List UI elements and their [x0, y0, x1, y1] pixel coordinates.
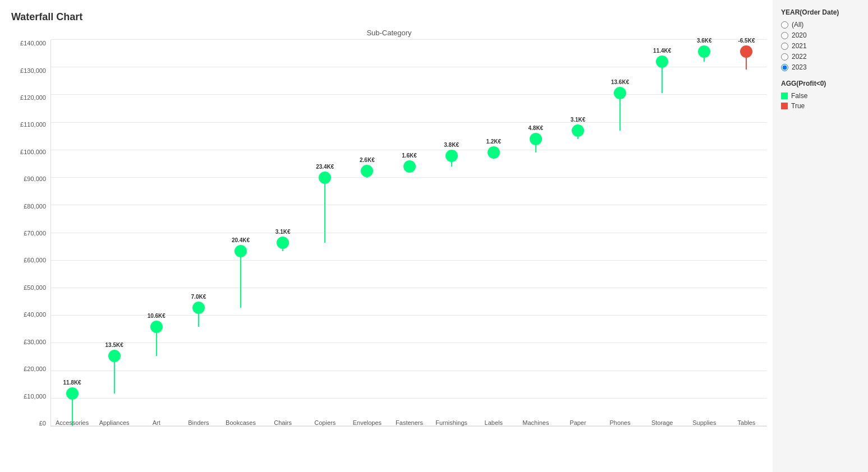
- x-axis-label: Art: [153, 419, 160, 426]
- x-axis-label: Appliances: [99, 419, 130, 426]
- x-axis-label: Tables: [738, 419, 756, 426]
- grid-line: [51, 177, 767, 178]
- grid-line: [51, 343, 767, 343]
- lollipop-circle: [446, 150, 458, 162]
- legend-color-box: [781, 92, 788, 99]
- x-axis-label: Copiers: [314, 419, 336, 426]
- bar-value-label: 1.6K€: [402, 152, 417, 159]
- bar-value-label: 3.1K€: [571, 117, 586, 123]
- bar-value-label: 20.4K€: [232, 237, 250, 243]
- lollipop-circle: [656, 55, 668, 68]
- lollipop-stick: [324, 178, 325, 242]
- grid-line: [51, 260, 767, 261]
- lollipop-stick: [240, 251, 241, 308]
- y-axis-label: £80,000: [11, 203, 50, 210]
- grid-line: [51, 122, 767, 123]
- bar-value-label: 3.8K€: [444, 142, 459, 148]
- year-filter-item[interactable]: 2022: [781, 53, 860, 61]
- x-axis-label: Accessories: [56, 419, 89, 426]
- lollipop-circle: [66, 387, 79, 400]
- lollipop-circle: [698, 45, 710, 58]
- bar-value-label: 13.6K€: [611, 79, 629, 85]
- lollipop-circle: [614, 87, 626, 99]
- chart-title: Waterfall Chart: [11, 11, 767, 23]
- grid-line: [51, 205, 767, 205]
- y-axis-label: £40,000: [11, 311, 50, 318]
- legend-color-box: [781, 103, 788, 109]
- x-axis-label: Machines: [522, 419, 549, 426]
- grid-line: [51, 288, 767, 288]
- x-axis-label: Phones: [609, 419, 630, 426]
- lollipop-circle: [192, 302, 205, 314]
- bar-value-label: 11.8K€: [63, 380, 81, 386]
- x-axis-label: Chairs: [274, 419, 292, 426]
- lollipop-circle: [361, 165, 373, 177]
- bar-value-label: 3.6K€: [697, 38, 712, 44]
- bar-value-label: 1.2K€: [486, 138, 501, 145]
- lollipop-circle: [319, 172, 331, 184]
- y-axis-label: £10,000: [11, 393, 50, 400]
- grid-line: [51, 371, 767, 371]
- x-axis-label: Bookcases: [226, 419, 256, 426]
- y-axis-label: £30,000: [11, 339, 50, 345]
- y-axis-label: £140,000: [11, 40, 50, 47]
- year-filter: YEAR(Order Date) (All)2020202120222023: [781, 8, 860, 71]
- lollipop-circle: [488, 146, 500, 159]
- y-axis-label: £60,000: [11, 257, 50, 263]
- x-axis-label: Paper: [570, 419, 586, 426]
- bar-value-label: 11.4K€: [653, 48, 671, 54]
- legend-title: AGG(Profit<0): [781, 80, 860, 87]
- legend-item: False: [781, 92, 860, 100]
- year-filter-item[interactable]: 2021: [781, 42, 860, 50]
- lollipop-circle: [108, 350, 121, 362]
- x-axis-label: Supplies: [692, 419, 716, 426]
- plot-area: 11.8K€Accessories13.5K€Appliances10.6K€A…: [50, 40, 767, 427]
- bar-value-label: 13.5K€: [105, 342, 123, 348]
- bar-value-label: 3.1K€: [275, 229, 291, 235]
- y-axis-label: £100,000: [11, 149, 50, 155]
- y-axis-label: £70,000: [11, 230, 50, 237]
- x-axis-label: Storage: [651, 419, 673, 426]
- year-filter-item[interactable]: (All): [781, 21, 860, 29]
- year-filter-item[interactable]: 2020: [781, 31, 860, 39]
- y-axis-label: £110,000: [11, 121, 50, 128]
- bar-value-label: 4.8K€: [529, 125, 544, 131]
- bar-value-label: 2.6K€: [360, 157, 375, 163]
- chart-area: Waterfall Chart Sub-Category £0£10,000£2…: [0, 0, 773, 472]
- lollipop-circle: [150, 321, 163, 333]
- lollipop-circle: [572, 124, 584, 137]
- lollipop-circle: [235, 245, 247, 257]
- x-axis-label: Fasteners: [396, 419, 423, 426]
- lollipop-circle: [277, 237, 289, 249]
- bar-value-label: 23.4K€: [316, 164, 334, 170]
- y-axis-label: £120,000: [11, 94, 50, 101]
- grid-line: [51, 150, 767, 150]
- bar-value-label: 10.6K€: [148, 313, 166, 319]
- lollipop-circle: [530, 133, 542, 145]
- legend-item: True: [781, 102, 860, 110]
- y-axis: £0£10,000£20,000£30,000£40,000£50,000£60…: [11, 40, 50, 427]
- lollipop-circle: [403, 160, 416, 173]
- year-filter-title: YEAR(Order Date): [781, 8, 860, 16]
- y-axis-label: £130,000: [11, 67, 50, 74]
- y-axis-label: £90,000: [11, 175, 50, 182]
- grid-line: [51, 39, 767, 40]
- x-axis-label: Furnishings: [435, 419, 467, 426]
- grid-line: [51, 233, 767, 233]
- y-axis-label: £20,000: [11, 365, 50, 372]
- chart-subtitle: Sub-Category: [11, 29, 767, 37]
- lollipop-circle: [740, 45, 752, 58]
- grid-line: [51, 398, 767, 399]
- y-axis-label: £50,000: [11, 284, 50, 291]
- bar-value-label: 7.0K€: [191, 294, 206, 300]
- bar-value-label: -6.5K€: [738, 38, 755, 44]
- year-filter-item[interactable]: 2023: [781, 63, 860, 71]
- chart-container: £0£10,000£20,000£30,000£40,000£50,000£60…: [11, 40, 767, 455]
- grid-line: [51, 94, 767, 95]
- y-axis-label: £0: [11, 420, 50, 427]
- legend-section: AGG(Profit<0) FalseTrue: [781, 80, 860, 110]
- x-axis-label: Labels: [485, 419, 503, 426]
- x-axis-label: Binders: [188, 419, 209, 426]
- sidebar: YEAR(Order Date) (All)2020202120222023 A…: [773, 0, 868, 472]
- x-axis-label: Envelopes: [353, 419, 382, 426]
